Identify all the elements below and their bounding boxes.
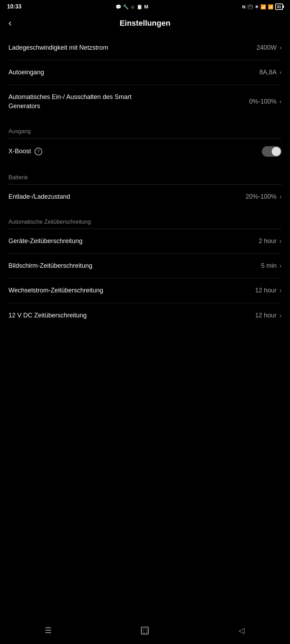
timeout-settings-list: Geräte-Zeitüberschreitung 2 hour › Bilds…: [0, 229, 290, 328]
whatsapp-icon: 💬: [116, 4, 121, 10]
menu-nav-button[interactable]: ☰: [41, 624, 55, 638]
auto-input-value: 8A,8A ›: [259, 69, 282, 76]
xboost-label: X-Boost: [8, 148, 31, 155]
xboost-label-group: X-Boost ?: [8, 148, 42, 155]
smart-generator-label: Automatisches Ein-/ Ausschalten des Smar…: [8, 93, 159, 110]
output-section-header: Ausgang: [0, 118, 290, 138]
screen-timeout-row[interactable]: Bildschirm-Zeitüberschreitung 5 min ›: [8, 254, 282, 278]
chevron-icon: ›: [279, 287, 282, 294]
chevron-icon: ›: [279, 193, 282, 200]
status-time: 10:33: [7, 4, 21, 10]
auto-input-row[interactable]: Autoeingang 8A,8A ›: [8, 60, 282, 85]
status-icons: 💬 🔧 ☺ 📋 M: [116, 4, 148, 10]
card-icon: 📋: [137, 4, 142, 10]
dc12v-timeout-row[interactable]: 12 V DC Zeitüberschreitung 12 hour ›: [8, 303, 282, 328]
dc12v-timeout-value: 12 hour ›: [255, 312, 282, 319]
chevron-icon: ›: [279, 98, 282, 105]
charging-speed-row[interactable]: Ladegeschwindigkeit mit Netzstrom 2400W …: [8, 36, 282, 60]
timeout-section-header: Automatische Zeitüberschreitung: [0, 209, 290, 229]
device-timeout-value: 2 hour ›: [259, 237, 282, 245]
device-timeout-row[interactable]: Geräte-Zeitüberschreitung 2 hour ›: [8, 229, 282, 254]
battery-section-header: Batterie: [0, 165, 290, 184]
wifi-icon: 📶: [260, 4, 266, 10]
bluetooth-icon: ✶: [255, 4, 259, 10]
screen-timeout-value: 5 min ›: [261, 262, 282, 270]
ac-timeout-value: 12 hour ›: [255, 287, 282, 294]
chevron-icon: ›: [279, 69, 282, 76]
ac-timeout-row[interactable]: Wechselstrom-Zeitüberschreitung 12 hour …: [8, 278, 282, 303]
device-timeout-label: Geräte-Zeitüberschreitung: [8, 237, 82, 246]
teams-icon: 🔧: [123, 4, 129, 10]
status-right-icons: N 📳 ✶ 📶 📶 41: [242, 4, 283, 10]
screen-timeout-label: Bildschirm-Zeitüberschreitung: [8, 261, 92, 270]
smart-generator-value: 0%-100% ›: [249, 98, 282, 105]
nfc-icon: N: [242, 4, 245, 10]
battery-settings-list: Entlade-/Ladezustand 20%-100% ›: [0, 185, 290, 209]
smile-icon: ☺: [130, 4, 135, 10]
toggle-knob: [272, 147, 281, 156]
status-bar: 10:33 💬 🔧 ☺ 📋 M N 📳 ✶ 📶 📶 41: [0, 0, 290, 12]
page-title: Einstellungen: [119, 19, 170, 28]
xboost-toggle[interactable]: [262, 146, 282, 157]
m-icon: M: [144, 4, 148, 10]
discharge-charge-label: Entlade-/Ladezustand: [8, 192, 70, 201]
back-button[interactable]: ‹: [8, 18, 12, 29]
signal-icon: 📶: [268, 4, 273, 10]
bottom-nav: ☰ □ ◁: [0, 620, 290, 644]
ac-timeout-label: Wechselstrom-Zeitüberschreitung: [8, 286, 103, 295]
chevron-icon: ›: [279, 312, 282, 319]
xboost-row: X-Boost ?: [0, 138, 290, 165]
charging-speed-value: 2400W ›: [257, 44, 282, 51]
page-header: ‹ Einstellungen: [0, 12, 290, 36]
auto-input-label: Autoeingang: [8, 68, 44, 77]
vibrate-icon: 📳: [247, 4, 253, 10]
discharge-charge-row[interactable]: Entlade-/Ladezustand 20%-100% ›: [8, 185, 282, 209]
home-nav-button[interactable]: □: [138, 624, 152, 638]
dc12v-timeout-label: 12 V DC Zeitüberschreitung: [8, 311, 87, 320]
back-nav-button[interactable]: ◁: [235, 624, 249, 638]
battery-icon: 41: [275, 4, 283, 10]
chevron-icon: ›: [279, 262, 282, 270]
chevron-icon: ›: [279, 44, 282, 51]
smart-generator-row[interactable]: Automatisches Ein-/ Ausschalten des Smar…: [8, 85, 282, 118]
settings-list: Ladegeschwindigkeit mit Netzstrom 2400W …: [0, 36, 290, 118]
chevron-icon: ›: [279, 237, 282, 245]
discharge-charge-value: 20%-100% ›: [246, 193, 282, 200]
xboost-help-icon[interactable]: ?: [35, 148, 42, 155]
charging-speed-label: Ladegeschwindigkeit mit Netzstrom: [8, 43, 108, 52]
